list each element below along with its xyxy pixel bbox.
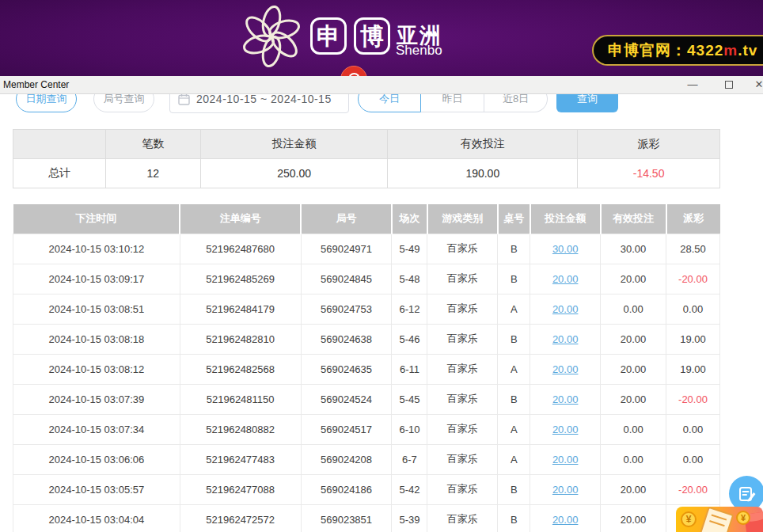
- bet-records-table: 下注时间 注单编号 局号 场次 游戏类别 桌号 投注金额 有效投注 派彩 202…: [13, 204, 720, 532]
- table-row: 2024-10-15 03:08:51521962484179569024753…: [13, 294, 720, 324]
- table-cell: 百家乐: [427, 354, 498, 384]
- bet-amount-link[interactable]: 20.00: [552, 303, 579, 315]
- header-bet-time: 下注时间: [13, 204, 180, 234]
- table-cell: 20.00: [530, 264, 601, 294]
- summary-table: 笔数 投注金额 有效投注 派彩 总计 12 250.00 190.00 -14.…: [13, 129, 720, 188]
- table-cell: 521962480882: [180, 414, 301, 444]
- table-cell: 20.00: [530, 324, 601, 354]
- summary-header-payout: 派彩: [578, 130, 720, 159]
- table-cell: 569024208: [301, 444, 392, 474]
- bet-amount-link[interactable]: 20.00: [552, 363, 579, 375]
- table-cell: 521962482810: [180, 324, 301, 354]
- table-cell: 521962477088: [180, 474, 301, 504]
- table-cell: 19.00: [666, 354, 720, 384]
- table-cell: A: [498, 444, 530, 474]
- table-cell: 百家乐: [427, 324, 498, 354]
- window-title: Member Center: [3, 79, 69, 90]
- table-cell: 569024635: [301, 354, 392, 384]
- table-cell: 521962484179: [180, 294, 301, 324]
- table-cell: 6-12: [392, 294, 427, 324]
- bet-table-body: 2024-10-15 03:10:12521962487680569024971…: [13, 234, 720, 532]
- table-cell: B: [498, 264, 530, 294]
- table-cell: 20.00: [530, 444, 601, 474]
- table-cell: 百家乐: [427, 294, 498, 324]
- bet-amount-link[interactable]: 20.00: [552, 393, 579, 405]
- table-cell: 2024-10-15 03:07:39: [13, 384, 180, 414]
- table-cell: 521962487680: [180, 234, 301, 264]
- table-cell: 百家乐: [427, 234, 498, 264]
- bet-amount-link[interactable]: 20.00: [552, 333, 579, 345]
- table-cell: 百家乐: [427, 474, 498, 504]
- table-cell: 2024-10-15 03:07:34: [13, 414, 180, 444]
- table-cell: 20.00: [601, 354, 666, 384]
- table-cell: 30.00: [601, 234, 666, 264]
- table-cell: 5-49: [392, 234, 427, 264]
- table-cell: 百家乐: [427, 414, 498, 444]
- bet-amount-link[interactable]: 20.00: [552, 484, 579, 496]
- header-game-type: 游戏类别: [427, 204, 498, 234]
- table-cell: -20.00: [666, 264, 720, 294]
- table-cell: 6-10: [392, 414, 427, 444]
- table-row: 2024-10-15 03:09:17521962485269569024845…: [13, 264, 720, 294]
- table-cell: 20.00: [530, 294, 601, 324]
- table-cell: 521962482568: [180, 354, 301, 384]
- table-cell: 521962472572: [180, 504, 301, 532]
- summary-count-value: 12: [105, 159, 200, 188]
- table-cell: 2024-10-15 03:08:51: [13, 294, 180, 324]
- bet-amount-link[interactable]: 30.00: [552, 243, 579, 255]
- promo-red-envelope-banner[interactable]: ¥ ¥: [676, 507, 763, 532]
- table-cell: B: [498, 384, 530, 414]
- header-session: 场次: [392, 204, 427, 234]
- table-cell: 2024-10-15 03:05:57: [13, 474, 180, 504]
- table-cell: 20.00: [601, 474, 666, 504]
- table-cell: B: [498, 324, 530, 354]
- gold-coin-icon: ¥: [681, 511, 697, 527]
- bet-amount-link[interactable]: 20.00: [552, 424, 579, 435]
- summary-payout-value: -14.50: [578, 159, 720, 188]
- table-cell: 19.00: [666, 324, 720, 354]
- bet-amount-link[interactable]: 20.00: [552, 514, 579, 526]
- header-valid-bet: 有效投注: [601, 204, 666, 234]
- table-cell: 5-48: [392, 264, 427, 294]
- table-cell: B: [498, 504, 530, 532]
- table-cell: 569024517: [301, 414, 392, 444]
- table-cell: 20.00: [601, 324, 666, 354]
- table-cell: 569024845: [301, 264, 392, 294]
- bet-amount-link[interactable]: 20.00: [552, 273, 579, 285]
- summary-total-row: 总计 12 250.00 190.00 -14.50: [13, 159, 720, 188]
- table-cell: A: [498, 414, 530, 444]
- table-cell: 5-46: [392, 324, 427, 354]
- minimize-button[interactable]: —: [681, 76, 704, 94]
- table-cell: 521962481150: [180, 384, 301, 414]
- table-cell: 2024-10-15 03:04:04: [13, 504, 180, 532]
- table-cell: 6-7: [392, 444, 427, 474]
- table-cell: 20.00: [530, 384, 601, 414]
- official-site-pill[interactable]: 申博官网：4322m.tv: [592, 35, 763, 66]
- summary-header-valid-bet: 有效投注: [388, 130, 578, 159]
- table-cell: 2024-10-15 03:09:17: [13, 264, 180, 294]
- table-cell: 0.00: [666, 414, 720, 444]
- maximize-icon: [725, 81, 733, 89]
- table-cell: 百家乐: [427, 504, 498, 532]
- table-cell: 569024971: [301, 234, 392, 264]
- close-button[interactable]: ✕: [747, 76, 763, 94]
- table-cell: 28.50: [666, 234, 720, 264]
- table-cell: 20.00: [530, 504, 601, 532]
- header-payout: 派彩: [666, 204, 720, 234]
- table-cell: 521962477483: [180, 444, 301, 474]
- table-cell: 5-45: [392, 384, 427, 414]
- table-row: 2024-10-15 03:07:39521962481150569024524…: [13, 384, 720, 414]
- summary-valid-bet-value: 190.00: [388, 159, 578, 188]
- table-cell: 2024-10-15 03:08:12: [13, 354, 180, 384]
- bet-table-header-row: 下注时间 注单编号 局号 场次 游戏类别 桌号 投注金额 有效投注 派彩: [13, 204, 720, 234]
- window-titlebar: Member Center — ✕: [0, 76, 763, 94]
- table-row: 2024-10-15 03:10:12521962487680569024971…: [13, 234, 720, 264]
- summary-header-row: 笔数 投注金额 有效投注 派彩: [13, 130, 720, 159]
- table-cell: 5-42: [392, 474, 427, 504]
- table-cell: 0.00: [601, 444, 666, 474]
- bet-amount-link[interactable]: 20.00: [552, 454, 579, 466]
- maximize-button[interactable]: [717, 76, 741, 94]
- table-cell: 569024753: [301, 294, 392, 324]
- logo-text-en: Shenbo: [396, 43, 442, 59]
- site-pill-highlight: m: [723, 42, 738, 59]
